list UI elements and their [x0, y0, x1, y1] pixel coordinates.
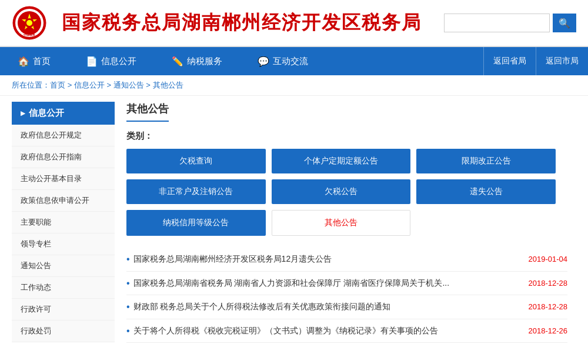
bullet-icon: •	[126, 278, 130, 289]
category-button-grid: 欠税查询 个体户定期定额公告 限期改正公告 非正常户及注销公告 欠税公告 遗失公…	[126, 149, 556, 236]
breadcrumb-current: 其他公告	[153, 81, 183, 89]
cat-btn-qs[interactable]: 欠税查询	[126, 149, 266, 173]
doc-icon: 📄	[86, 56, 98, 67]
svg-point-5	[26, 20, 32, 26]
home-icon: 🏠	[18, 56, 29, 67]
sidebar-item-dynamics[interactable]: 工作动态	[12, 277, 115, 299]
nav-info-label: 信息公开	[101, 56, 136, 67]
news-date: 2018-12-28	[529, 302, 568, 311]
nav-interact[interactable]: 💬 互动交流	[240, 47, 326, 75]
sidebar-item-leaders[interactable]: 领导专栏	[12, 233, 115, 255]
edit-icon: ✏️	[172, 56, 183, 67]
content-area: 其他公告 类别： 欠税查询 个体户定期定额公告 限期改正公告 非正常户及注销公告…	[126, 102, 576, 343]
search-button[interactable]: 🔍	[553, 14, 576, 32]
sidebar-item-main-func[interactable]: 主要职能	[12, 212, 115, 233]
news-link[interactable]: 国家税务总局湖南省税务局 湖南省人力资源和社会保障厅 湖南省医疗保障局关于机关.…	[133, 278, 449, 289]
nav-tax-label: 纳税服务	[187, 56, 222, 67]
news-link[interactable]: 国家税务总局湖南郴州经济开发区税务局12月遗失公告	[133, 253, 332, 265]
breadcrumb: 所在位置：首页 > 信息公开 > 通知公告 > 其他公告	[0, 75, 588, 96]
news-date: 2018-12-28	[529, 279, 568, 288]
nav-info[interactable]: 📄 信息公开	[68, 47, 154, 75]
news-item: • 财政部 税务总局关于个人所得税法修改后有关优惠政策衔接问题的通知 2018-…	[126, 295, 567, 319]
nav-back-city[interactable]: 返回市局	[536, 47, 588, 75]
sidebar-item-admin-permit[interactable]: 行政许可	[12, 299, 115, 320]
breadcrumb-info[interactable]: 信息公开	[74, 81, 105, 89]
main-nav: 🏠 首页 📄 信息公开 ✏️ 纳税服务 💬 互动交流 返回省局 返回市局	[0, 47, 588, 75]
cat-btn-xq[interactable]: 限期改正公告	[416, 149, 556, 173]
cat-btn-qt[interactable]: 其他公告	[272, 210, 411, 236]
cat-btn-fc[interactable]: 非正常户及注销公告	[126, 179, 266, 204]
search-area: 🔍	[444, 14, 576, 32]
news-list: • 国家税务总局湖南郴州经济开发区税务局12月遗失公告 2019-01-04 •…	[126, 248, 567, 343]
nav-tax[interactable]: ✏️ 纳税服务	[154, 47, 240, 75]
cat-btn-qs2[interactable]: 欠税公告	[272, 179, 411, 204]
nav-back-province[interactable]: 返回省局	[483, 47, 536, 75]
cat-btn-ns[interactable]: 纳税信用等级公告	[126, 210, 266, 236]
sidebar-item-admin-penalty[interactable]: 行政处罚	[12, 320, 115, 342]
svg-text:中国税务: 中国税务	[24, 33, 36, 36]
bullet-icon: •	[126, 302, 130, 312]
bullet-icon: •	[126, 326, 130, 336]
nav-interact-label: 互动交流	[273, 56, 308, 67]
breadcrumb-notice[interactable]: 通知公告	[113, 81, 144, 89]
news-link[interactable]: 关于将个人所得税《税收完税证明》（文书式）调整为《纳税记录》有关事项的公告	[133, 325, 438, 337]
news-date: 2019-01-04	[529, 255, 568, 263]
cat-btn-ge[interactable]: 个体户定期定额公告	[272, 149, 411, 173]
search-input[interactable]	[444, 14, 550, 32]
nav-home-label: 首页	[33, 56, 51, 67]
sidebar: 信息公开 政府信息公开规定 政府信息公开指南 主动公开基本目录 政策信息依申请公…	[12, 102, 115, 343]
sidebar-item-gov-rules[interactable]: 政府信息公开规定	[12, 125, 115, 146]
cat-btn-ys[interactable]: 遗失公告	[416, 179, 556, 204]
news-item: • 关于将个人所得税《税收完税证明》（文书式）调整为《纳税记录》有关事项的公告 …	[126, 319, 567, 343]
chat-icon: 💬	[258, 56, 269, 67]
content-title: 其他公告	[126, 102, 169, 122]
nav-home[interactable]: 🏠 首页	[0, 47, 68, 75]
news-link[interactable]: 财政部 税务总局关于个人所得税法修改后有关优惠政策衔接问题的通知	[133, 301, 391, 313]
header: 中国税务 国家税务总局湖南郴州经济开发区税务局 🔍	[0, 0, 588, 47]
breadcrumb-home[interactable]: 所在位置：首页	[12, 81, 65, 89]
sidebar-item-active-pub[interactable]: 主动公开基本目录	[12, 168, 115, 190]
news-item: • 国家税务总局湖南郴州经济开发区税务局12月遗失公告 2019-01-04	[126, 248, 567, 272]
bullet-icon: •	[126, 254, 130, 265]
category-label: 类别：	[126, 131, 576, 142]
sidebar-item-notices[interactable]: 通知公告	[12, 255, 115, 277]
sidebar-header: 信息公开	[12, 102, 115, 125]
sidebar-item-gov-guide[interactable]: 政府信息公开指南	[12, 146, 115, 168]
news-item: • 国家税务总局湖南省税务局 湖南省人力资源和社会保障厅 湖南省医疗保障局关于机…	[126, 272, 567, 296]
main-content: 信息公开 政府信息公开规定 政府信息公开指南 主动公开基本目录 政策信息依申请公…	[0, 96, 588, 349]
site-title: 国家税务总局湖南郴州经济开发区税务局	[62, 10, 444, 36]
sidebar-item-policy-req[interactable]: 政策信息依申请公开	[12, 190, 115, 212]
logo: 中国税务	[12, 5, 53, 41]
news-date: 2018-12-26	[529, 326, 568, 335]
